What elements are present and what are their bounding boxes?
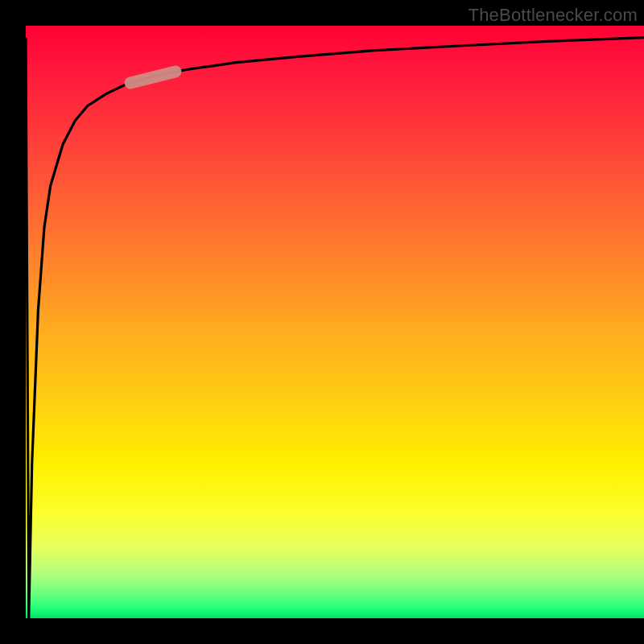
chart-canvas: TheBottlenecker.com <box>0 0 644 644</box>
plot-area <box>26 26 644 618</box>
watermark-text: TheBottlenecker.com <box>469 5 638 26</box>
